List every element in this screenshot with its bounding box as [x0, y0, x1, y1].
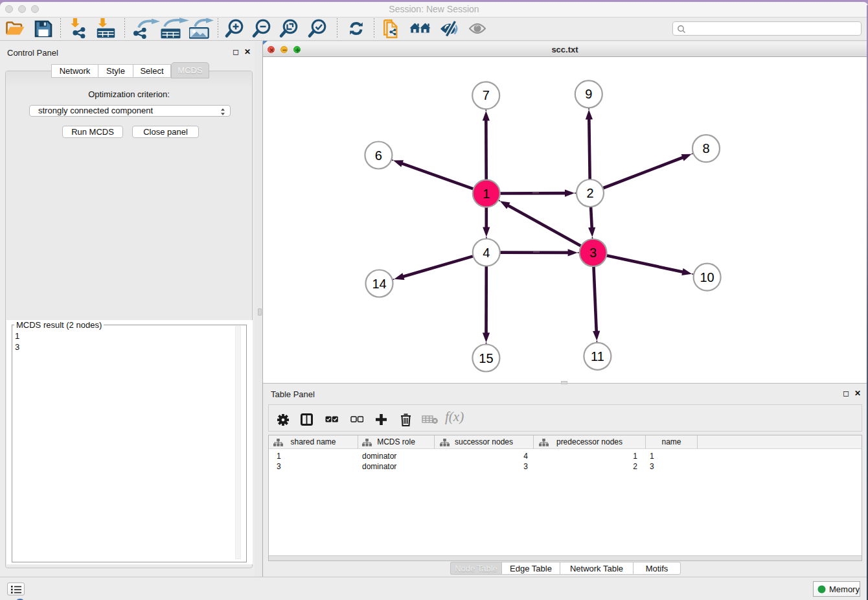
- svg-text:8: 8: [702, 141, 709, 156]
- svg-text:4: 4: [483, 246, 490, 260]
- svg-text:2: 2: [586, 186, 593, 200]
- svg-text:1: 1: [483, 187, 490, 201]
- svg-text:6: 6: [375, 148, 382, 163]
- svg-text:7: 7: [483, 88, 490, 102]
- svg-text:3: 3: [589, 246, 597, 260]
- svg-text:14: 14: [372, 277, 386, 291]
- svg-text:11: 11: [591, 349, 604, 363]
- svg-text:9: 9: [585, 87, 592, 101]
- svg-text:10: 10: [700, 270, 714, 284]
- svg-text:15: 15: [479, 351, 493, 365]
